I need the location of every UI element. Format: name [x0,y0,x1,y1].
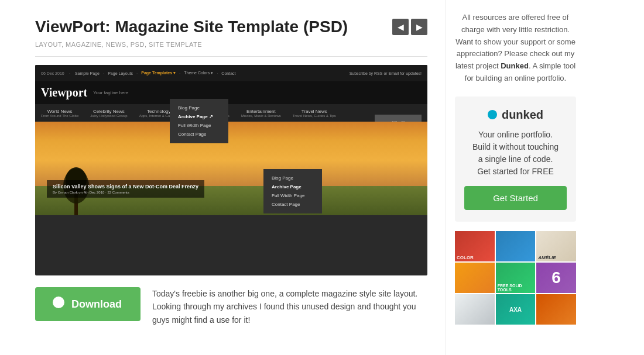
tmpl-nav-entertainment[interactable]: Entertainment Movies, Music & Reviews [241,109,281,118]
tmpl-dropdown-archive[interactable]: Archive Page ↗ [178,112,220,121]
dunked-card: dunked Your online portfolio. Build it w… [455,96,576,222]
tmpl-link-3[interactable]: Page Templates ▾ [141,71,176,75]
preview-image: 06 Dec 2010 · Sample Page · Page Layouts… [35,65,427,275]
tmpl-topbar-links: Sample Page · Page Layouts · Page Templa… [75,71,236,76]
tmpl-sep: · [69,71,70,76]
portfolio-cell-1: COLOR [455,231,495,261]
tmpl-link-1[interactable]: Sample Page [75,71,100,75]
tmpl-topbar-right: Subscribe by RSS or Email for updates! [350,71,422,75]
tmpl-link-2[interactable]: Page Layouts [108,71,133,75]
sidebar: All resources are offered free of charge… [445,0,585,355]
tmpl-nav-celebrity[interactable]: Celebrity News Juicy Hollywood Gossip [90,109,127,118]
dunked-cta-button[interactable]: Get Started [464,186,567,210]
dunked-tagline: Your online portfolio. Build it without … [464,129,567,178]
tmpl-dropdown-fullwidth[interactable]: Full Width Page [178,121,220,130]
tmpl-logo: Viewport [41,86,87,99]
portfolio-cell-8: AXA [496,294,536,325]
tmpl-dropdown: Blog Page Archive Page ↗ Full Width Page… [170,99,228,143]
tmpl-hero-sky [35,122,427,186]
tmpl-subdropdown: Blog Page Archive Page Full Width Page C… [263,169,322,213]
tmpl-topbar: 06 Dec 2010 · Sample Page · Page Layouts… [35,65,427,81]
portfolio-cell-4 [455,263,495,293]
page-layout: ViewPort: Magazine Site Template (PSD) ◀… [0,0,644,355]
divider [35,56,427,57]
tmpl-nav: World News From Around The Globe Celebri… [35,104,427,122]
tmpl-hero-headline: Silicon Valley Shows Signs of a New Dot-… [47,180,204,198]
main-content: ViewPort: Magazine Site Template (PSD) ◀… [0,0,445,355]
portfolio-cell-5: FREE SOLID TOOLS [496,263,536,293]
download-icon [52,295,66,313]
tmpl-hero-headline-text: Silicon Valley Shows Signs of a New Dot-… [53,184,198,189]
portfolio-cell-6: 6 [536,263,576,293]
bottom-section: Download Today's freebie is another big … [35,287,427,326]
tmpl-sub-archive[interactable]: Archive Page [272,182,314,191]
tmpl-dropdown-blog[interactable]: Blog Page [178,104,220,112]
tmpl-dropdown-contact[interactable]: Contact Page [178,130,220,139]
dunked-logo: dunked [464,108,567,122]
tags: LAYOUT, MAGAZINE, NEWS, PSD, SITE TEMPLA… [35,41,427,48]
portfolio-cell-7 [455,294,495,325]
sidebar-intro: All resources are offered free of charge… [455,12,576,85]
tmpl-link-5[interactable]: Contact [221,71,235,75]
dunked-name: dunked [502,108,543,122]
tmpl-logo-area: Viewport Your tagline here 468 × 60 [35,81,427,104]
description-text: Today's freebie is another big one, a co… [152,287,427,326]
download-label: Download [71,298,122,311]
tmpl-hero-byline: By Orman Clark on 4th Dec 2010 · 22 Comm… [53,191,198,194]
title-row: ViewPort: Magazine Site Template (PSD) ◀… [35,18,427,36]
tmpl-tagline: Your tagline here [93,90,128,95]
tmpl-sub-fullwidth[interactable]: Full Width Page [272,191,314,200]
tmpl-sub-blog[interactable]: Blog Page [272,174,314,182]
tmpl-sub-contact[interactable]: Contact Page [272,200,314,209]
prev-arrow[interactable]: ◀ [392,19,409,35]
tmpl-nav-world[interactable]: World News From Around The Globe [41,109,78,118]
tmpl-hero: Silicon Valley Shows Signs of a New Dot-… [35,122,427,215]
dunked-link[interactable]: Dunked [501,61,529,70]
preview-inner: 06 Dec 2010 · Sample Page · Page Layouts… [35,65,427,275]
nav-arrows: ◀ ▶ [392,19,427,35]
page-title: ViewPort: Magazine Site Template (PSD) [35,18,348,36]
download-button[interactable]: Download [35,287,141,321]
portfolio-grid: COLOR AMÉLIE FREE SOLID TOOLS 6 AXA [455,231,576,325]
dunked-dot [488,110,497,119]
portfolio-cell-2 [496,231,536,261]
tmpl-date: 06 Dec 2010 [41,71,64,75]
tmpl-nav-travel[interactable]: Travel News Travel News, Guides & Tips [293,109,336,118]
portfolio-cell-9 [536,294,576,325]
next-arrow[interactable]: ▶ [411,19,427,35]
tmpl-link-4[interactable]: Theme Colors ▾ [184,71,213,75]
portfolio-cell-3: AMÉLIE [536,231,576,261]
